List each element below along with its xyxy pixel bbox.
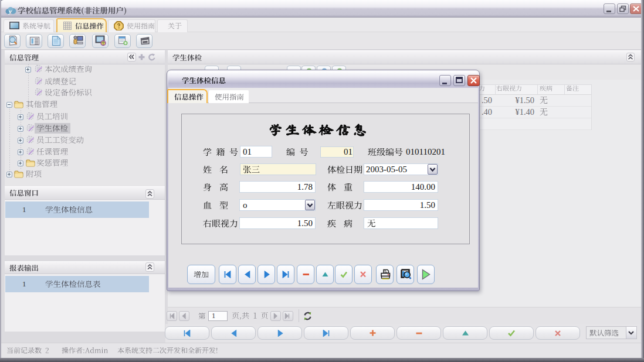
svg-text:y: y bbox=[8, 8, 12, 15]
